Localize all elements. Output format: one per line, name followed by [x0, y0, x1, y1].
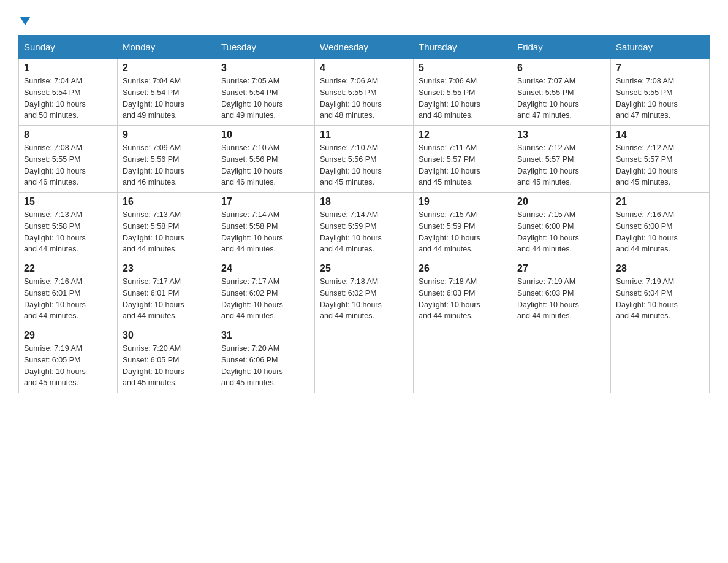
day-info: Sunrise: 7:15 AMSunset: 5:59 PMDaylight:… [419, 210, 480, 253]
calendar-cell: 14 Sunrise: 7:12 AMSunset: 5:57 PMDaylig… [611, 126, 710, 193]
day-info: Sunrise: 7:20 AMSunset: 6:06 PMDaylight:… [221, 344, 283, 387]
day-info: Sunrise: 7:17 AMSunset: 6:01 PMDaylight:… [123, 277, 184, 320]
calendar-cell: 11 Sunrise: 7:10 AMSunset: 5:56 PMDaylig… [315, 126, 414, 193]
calendar-header-row: SundayMondayTuesdayWednesdayThursdayFrid… [19, 36, 710, 59]
calendar-cell: 31 Sunrise: 7:20 AMSunset: 6:06 PMDaylig… [216, 326, 315, 393]
calendar-cell: 23 Sunrise: 7:17 AMSunset: 6:01 PMDaylig… [118, 259, 216, 326]
day-info: Sunrise: 7:19 AMSunset: 6:03 PMDaylight:… [517, 277, 579, 320]
day-info: Sunrise: 7:13 AMSunset: 5:58 PMDaylight:… [24, 210, 86, 253]
day-number: 13 [517, 129, 605, 140]
day-number: 26 [419, 263, 507, 274]
column-header-friday: Friday [512, 36, 611, 59]
calendar-cell: 13 Sunrise: 7:12 AMSunset: 5:57 PMDaylig… [512, 126, 611, 193]
day-info: Sunrise: 7:10 AMSunset: 5:56 PMDaylight:… [221, 144, 283, 186]
day-number: 7 [616, 63, 704, 74]
day-info: Sunrise: 7:06 AMSunset: 5:55 PMDaylight:… [320, 77, 382, 120]
day-number: 23 [123, 263, 211, 274]
day-number: 1 [24, 63, 112, 74]
calendar-cell: 2 Sunrise: 7:04 AMSunset: 5:54 PMDayligh… [118, 59, 216, 126]
calendar-cell: 8 Sunrise: 7:08 AMSunset: 5:55 PMDayligh… [19, 126, 118, 193]
calendar-cell: 26 Sunrise: 7:18 AMSunset: 6:03 PMDaylig… [414, 259, 512, 326]
calendar-cell [512, 326, 611, 393]
day-info: Sunrise: 7:20 AMSunset: 6:05 PMDaylight:… [123, 344, 184, 387]
day-info: Sunrise: 7:05 AMSunset: 5:54 PMDaylight:… [221, 77, 283, 120]
calendar-cell [315, 326, 414, 393]
day-info: Sunrise: 7:12 AMSunset: 5:57 PMDaylight:… [616, 144, 678, 186]
calendar-table: SundayMondayTuesdayWednesdayThursdayFrid… [18, 35, 710, 393]
day-number: 4 [320, 63, 408, 74]
day-info: Sunrise: 7:08 AMSunset: 5:55 PMDaylight:… [616, 77, 678, 120]
calendar-cell: 6 Sunrise: 7:07 AMSunset: 5:55 PMDayligh… [512, 59, 611, 126]
column-header-monday: Monday [118, 36, 216, 59]
calendar-cell [611, 326, 710, 393]
day-number: 9 [123, 129, 211, 140]
column-header-sunday: Sunday [19, 36, 118, 59]
calendar-cell: 10 Sunrise: 7:10 AMSunset: 5:56 PMDaylig… [216, 126, 315, 193]
day-number: 6 [517, 63, 605, 74]
calendar-cell: 25 Sunrise: 7:18 AMSunset: 6:02 PMDaylig… [315, 259, 414, 326]
calendar-cell: 30 Sunrise: 7:20 AMSunset: 6:05 PMDaylig… [118, 326, 216, 393]
day-number: 27 [517, 263, 605, 274]
calendar-cell: 20 Sunrise: 7:15 AMSunset: 6:00 PMDaylig… [512, 193, 611, 259]
day-number: 8 [24, 129, 112, 140]
chevron-icon [20, 17, 30, 25]
calendar-cell: 7 Sunrise: 7:08 AMSunset: 5:55 PMDayligh… [611, 59, 710, 126]
day-info: Sunrise: 7:18 AMSunset: 6:03 PMDaylight:… [419, 277, 480, 320]
logo [18, 12, 30, 24]
day-number: 20 [517, 196, 605, 207]
day-info: Sunrise: 7:16 AMSunset: 6:01 PMDaylight:… [24, 277, 86, 320]
day-number: 30 [123, 330, 211, 341]
calendar-cell: 4 Sunrise: 7:06 AMSunset: 5:55 PMDayligh… [315, 59, 414, 126]
day-number: 18 [320, 196, 408, 207]
day-number: 28 [616, 263, 704, 274]
day-number: 5 [419, 63, 507, 74]
calendar-cell: 19 Sunrise: 7:15 AMSunset: 5:59 PMDaylig… [414, 193, 512, 259]
calendar-week-row: 22 Sunrise: 7:16 AMSunset: 6:01 PMDaylig… [19, 259, 710, 326]
calendar-cell: 29 Sunrise: 7:19 AMSunset: 6:05 PMDaylig… [19, 326, 118, 393]
day-number: 17 [221, 196, 309, 207]
day-info: Sunrise: 7:13 AMSunset: 5:58 PMDaylight:… [123, 210, 184, 253]
day-info: Sunrise: 7:11 AMSunset: 5:57 PMDaylight:… [419, 144, 480, 186]
header [18, 12, 710, 24]
day-number: 16 [123, 196, 211, 207]
day-info: Sunrise: 7:06 AMSunset: 5:55 PMDaylight:… [419, 77, 480, 120]
day-info: Sunrise: 7:07 AMSunset: 5:55 PMDaylight:… [517, 77, 579, 120]
day-number: 29 [24, 330, 112, 341]
day-number: 25 [320, 263, 408, 274]
calendar-cell: 18 Sunrise: 7:14 AMSunset: 5:59 PMDaylig… [315, 193, 414, 259]
day-info: Sunrise: 7:19 AMSunset: 6:05 PMDaylight:… [24, 344, 86, 387]
day-info: Sunrise: 7:16 AMSunset: 6:00 PMDaylight:… [616, 210, 678, 253]
column-header-thursday: Thursday [414, 36, 512, 59]
day-number: 24 [221, 263, 309, 274]
calendar-cell: 15 Sunrise: 7:13 AMSunset: 5:58 PMDaylig… [19, 193, 118, 259]
day-info: Sunrise: 7:04 AMSunset: 5:54 PMDaylight:… [24, 77, 86, 120]
calendar-week-row: 8 Sunrise: 7:08 AMSunset: 5:55 PMDayligh… [19, 126, 710, 193]
calendar-cell: 28 Sunrise: 7:19 AMSunset: 6:04 PMDaylig… [611, 259, 710, 326]
day-number: 14 [616, 129, 704, 140]
day-number: 31 [221, 330, 309, 341]
calendar-cell: 21 Sunrise: 7:16 AMSunset: 6:00 PMDaylig… [611, 193, 710, 259]
day-info: Sunrise: 7:15 AMSunset: 6:00 PMDaylight:… [517, 210, 579, 253]
calendar-week-row: 1 Sunrise: 7:04 AMSunset: 5:54 PMDayligh… [19, 59, 710, 126]
calendar-week-row: 29 Sunrise: 7:19 AMSunset: 6:05 PMDaylig… [19, 326, 710, 393]
day-info: Sunrise: 7:14 AMSunset: 5:58 PMDaylight:… [221, 210, 283, 253]
calendar-cell: 1 Sunrise: 7:04 AMSunset: 5:54 PMDayligh… [19, 59, 118, 126]
day-number: 2 [123, 63, 211, 74]
calendar-cell: 3 Sunrise: 7:05 AMSunset: 5:54 PMDayligh… [216, 59, 315, 126]
day-number: 10 [221, 129, 309, 140]
column-header-saturday: Saturday [611, 36, 710, 59]
calendar-week-row: 15 Sunrise: 7:13 AMSunset: 5:58 PMDaylig… [19, 193, 710, 259]
calendar-cell [414, 326, 512, 393]
calendar-cell: 16 Sunrise: 7:13 AMSunset: 5:58 PMDaylig… [118, 193, 216, 259]
calendar-cell: 17 Sunrise: 7:14 AMSunset: 5:58 PMDaylig… [216, 193, 315, 259]
day-number: 12 [419, 129, 507, 140]
calendar-cell: 5 Sunrise: 7:06 AMSunset: 5:55 PMDayligh… [414, 59, 512, 126]
calendar-cell: 22 Sunrise: 7:16 AMSunset: 6:01 PMDaylig… [19, 259, 118, 326]
day-info: Sunrise: 7:09 AMSunset: 5:56 PMDaylight:… [123, 144, 184, 186]
calendar-cell: 12 Sunrise: 7:11 AMSunset: 5:57 PMDaylig… [414, 126, 512, 193]
day-number: 3 [221, 63, 309, 74]
day-info: Sunrise: 7:17 AMSunset: 6:02 PMDaylight:… [221, 277, 283, 320]
day-info: Sunrise: 7:14 AMSunset: 5:59 PMDaylight:… [320, 210, 382, 253]
day-number: 19 [419, 196, 507, 207]
day-info: Sunrise: 7:19 AMSunset: 6:04 PMDaylight:… [616, 277, 678, 320]
